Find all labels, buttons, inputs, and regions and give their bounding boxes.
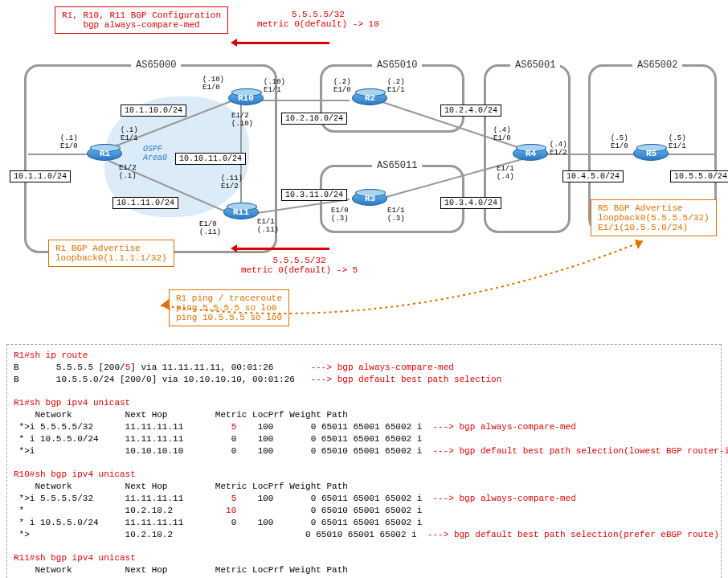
cmd: R1#sh ip route [14, 350, 88, 360]
note-line: R1, R10, R11 BGP Configuration [62, 10, 221, 20]
router-label: R11 [233, 207, 249, 217]
subnet: 10.3.11.0/24 [281, 189, 347, 201]
note-line: R1 ping / traceroute [176, 293, 282, 303]
router-label: R4 [526, 149, 536, 158]
arrow-metric10 [233, 42, 329, 44]
route-line: B 10.5.5.0/24 [200/0] via 10.10.10.10, 0… [14, 375, 501, 384]
route-line: B 5.5.5.5 [200/5] via 11.11.11.11, 00:01… [14, 363, 454, 372]
subnet: 10.2.10.0/24 [281, 113, 347, 125]
router-label: R5 [646, 149, 656, 158]
subnet: 10.4.5.0/24 [562, 170, 624, 182]
note-line: bgp always-compare-med [62, 20, 221, 30]
note-line: ping 5.5.5.5 so lo0 [176, 303, 282, 313]
cmd: R10#sh bgp ipv4 unicast [14, 469, 136, 479]
router-r10: R10 [228, 91, 264, 107]
iface: E1/0 (.3) [331, 207, 349, 223]
router-label: R3 [365, 194, 375, 203]
note-r1-adv: R1 BGP Advertise loopback0(1.1.1.1/32) [48, 240, 174, 267]
subnet: 10.1.10.0/24 [121, 105, 186, 117]
cmd: R11#sh bgp ipv4 unicast [14, 553, 136, 563]
note-metric5: 5.5.5.5/32 metric 0(default) -> 5 [241, 256, 358, 275]
router-label: R1 [100, 149, 110, 158]
subnet: 10.5.5.0/24 [670, 170, 728, 182]
router-label: R2 [365, 93, 375, 103]
note-line: E1/1(10.5.5.0/24) [598, 223, 710, 232]
bgp-line: *> 10.2.10.2 0 65010 65001 65002 i ---> … [14, 530, 719, 539]
cmd: R1#sh bgp ipv4 unicast [14, 398, 130, 408]
note-line: R1 BGP Advertise [55, 244, 167, 253]
as-label: AS65000 [131, 59, 181, 71]
iface: E1/0 (.11) [199, 221, 221, 237]
router-r11: R11 [223, 205, 259, 221]
as-label: AS65010 [372, 59, 422, 71]
bgp-line: *>i 10.10.10.10 0 100 0 65010 65001 6500… [14, 446, 728, 456]
router-label: R10 [238, 93, 254, 103]
iface: (.4) E1/2 [550, 141, 567, 158]
bgp-header: Network Next Hop Metric LocPrf Weight Pa… [14, 565, 348, 575]
iface: (.5) E1/0 [611, 135, 628, 151]
note-line: loopback0(1.1.1.1/32) [55, 253, 167, 263]
bgp-line: * 10.2.10.2 10 0 65010 65001 65002 i [14, 506, 422, 515]
bgp-line: *>i 5.5.5.5/32 11.11.11.11 5 100 0 65011… [14, 494, 576, 503]
subnet: 10.3.4.0/24 [440, 197, 501, 209]
iface: (.5) E1/1 [669, 135, 686, 151]
iface: (.1) E1/1 [121, 127, 138, 143]
note-line: 5.5.5.5/32 [241, 256, 358, 265]
iface: E1/2 (.10) [231, 113, 253, 129]
iface: (.1) E1/0 [60, 135, 78, 151]
note-line: ping 10.5.5.5 so lo0 [176, 313, 282, 322]
iface: E1/2 (.1) [119, 165, 137, 181]
ospf-label: OSPF Area0 [143, 145, 167, 162]
router-r1: R1 [87, 146, 122, 162]
terminal-output: R1#sh ip route B 5.5.5.5 [200/5] via 11.… [6, 344, 722, 578]
iface: (.10) E1/1 [264, 79, 285, 95]
iface: (.4) E1/0 [493, 127, 511, 143]
as-label: AS65001 [510, 59, 560, 71]
note-line: loopback0(5.5.5.5/32) [598, 213, 710, 223]
note-bgp-config: R1, R10, R11 BGP Configuration bgp alway… [55, 6, 228, 34]
note-r5-adv: R5 BGP Advertise loopback0(5.5.5.5/32) E… [591, 199, 717, 236]
iface: (.11) E1/2 [221, 175, 243, 191]
iface: (.10) E1/0 [202, 76, 224, 92]
as-label: AS65002 [632, 59, 682, 71]
bgp-line: * i 10.5.5.0/24 11.11.11.11 0 100 0 6501… [14, 518, 422, 527]
note-line: 5.5.5.5/32 [257, 10, 379, 19]
note-line: metric 0(default) -> 5 [241, 265, 358, 275]
note-line: metric 0(default) -> 10 [257, 19, 379, 29]
iface: E1/1 (.3) [387, 207, 405, 223]
subnet: 10.1.1.0/24 [10, 170, 71, 182]
as-label: AS65011 [372, 160, 422, 171]
note-line: R5 BGP Advertise [598, 203, 710, 213]
bgp-header: Network Next Hop Metric LocPrf Weight Pa… [14, 410, 348, 420]
iface: (.2) E1/1 [387, 79, 405, 95]
network-diagram: R1, R10, R11 BGP Configuration bgp alway… [0, 0, 728, 338]
note-ping: R1 ping / traceroute ping 5.5.5.5 so lo0… [169, 289, 289, 326]
router-r2: R2 [352, 91, 387, 107]
router-r3: R3 [352, 191, 387, 207]
iface: (.2) E1/0 [333, 79, 351, 95]
subnet: 10.2.4.0/24 [440, 105, 501, 117]
svg-marker-10 [635, 240, 643, 249]
iface: E1/1 (.11) [257, 219, 279, 235]
router-r5: R5 [633, 146, 669, 162]
arrow-metric5 [233, 248, 329, 250]
bgp-line: * i 10.5.5.0/24 11.11.11.11 0 100 0 6501… [14, 434, 422, 444]
note-metric10: 5.5.5.5/32 metric 0(default) -> 10 [257, 10, 379, 29]
router-r4: R4 [513, 146, 548, 162]
subnet: 10.10.11.0/24 [175, 153, 246, 165]
bgp-header: Network Next Hop Metric LocPrf Weight Pa… [14, 482, 348, 491]
bgp-line: *>i 5.5.5.5/32 11.11.11.11 5 100 0 65011… [14, 422, 576, 432]
iface: E1/1 (.4) [497, 166, 514, 182]
subnet: 10.1.11.0/24 [112, 197, 178, 209]
